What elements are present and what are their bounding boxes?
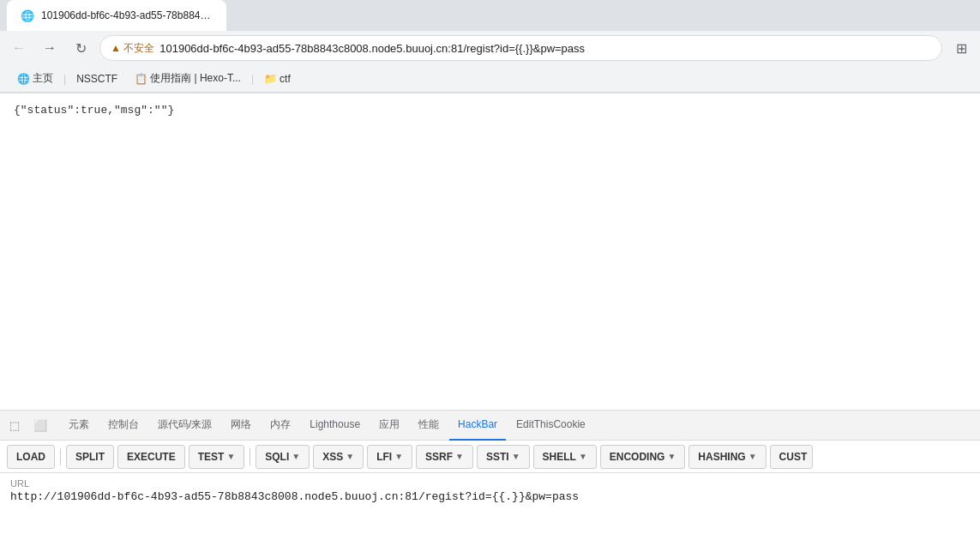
xss-label: XSS — [322, 451, 343, 463]
tab-favicon: 🌐 — [21, 9, 34, 22]
tab-console[interactable]: 控制台 — [99, 411, 147, 441]
bookmark-nssctf[interactable]: NSSCTF — [69, 69, 124, 88]
security-warning: ▲ 不安全 — [111, 41, 154, 56]
bookmark-separator-1: | — [63, 73, 66, 85]
bookmark-manual-label: 使用指南 | Hexo-T... — [150, 71, 241, 86]
encoding-dropdown-icon: ▼ — [667, 452, 676, 461]
tab-hackbar-label: HackBar — [458, 418, 497, 430]
tab-network[interactable]: 网络 — [222, 411, 260, 441]
tab-editthiscookie[interactable]: EditThisCookie — [508, 411, 594, 441]
apps-icon: ⊞ — [956, 40, 967, 57]
back-button[interactable]: ← — [7, 36, 31, 60]
shell-label: SHELL — [543, 451, 576, 463]
bookmark-manual-icon: 📋 — [135, 73, 147, 85]
cust-button[interactable]: CUST — [770, 445, 813, 469]
load-label: LOAD — [16, 451, 45, 463]
ssrf-label: SSRF — [425, 451, 453, 463]
bookmark-ctf-label: ctf — [280, 73, 291, 85]
hashing-button[interactable]: HASHING ▼ — [688, 445, 766, 469]
devtools-panel: ⬚ ⬜ 元素 控制台 源代码/来源 网络 内存 Lighthouse 应用 性能 — [0, 410, 980, 540]
forward-button[interactable]: → — [38, 36, 62, 60]
devtools-icons-group: ⬚ ⬜ — [3, 414, 51, 436]
hackbar-url-value: http://101906dd-bf6c-4b93-ad55-78b8843c8… — [10, 490, 970, 503]
lfi-button[interactable]: LFI ▼ — [367, 445, 412, 469]
device-toolbar-button[interactable]: ⬜ — [29, 414, 51, 436]
tab-lighthouse-label: Lighthouse — [310, 418, 360, 430]
apps-button[interactable]: ⊞ — [949, 36, 973, 60]
url-display: 101906dd-bf6c-4b93-ad55-78b8843c8008.nod… — [159, 42, 931, 55]
tab-editthiscookie-label: EditThisCookie — [516, 418, 586, 430]
page-content: {"status":true,"msg":""} — [0, 93, 980, 411]
bookmark-separator-2: | — [251, 73, 254, 85]
sqli-label: SQLI — [265, 451, 289, 463]
hashing-dropdown-icon: ▼ — [749, 452, 757, 461]
ssrf-button[interactable]: SSRF ▼ — [416, 445, 473, 469]
ssti-button[interactable]: SSTI ▼ — [477, 445, 530, 469]
lfi-dropdown-icon: ▼ — [394, 452, 403, 461]
tab-lighthouse[interactable]: Lighthouse — [301, 411, 369, 441]
split-button[interactable]: SPLIT — [66, 445, 114, 469]
divider-2 — [250, 448, 250, 465]
devtools-tabs-bar: ⬚ ⬜ 元素 控制台 源代码/来源 网络 内存 Lighthouse 应用 性能 — [0, 411, 980, 441]
cust-label: CUST — [779, 451, 808, 463]
refresh-button[interactable]: ↻ — [69, 36, 93, 60]
tab-memory-label: 内存 — [270, 417, 291, 432]
response-text: {"status":true,"msg":""} — [14, 104, 174, 117]
bookmark-ctf-icon: 📁 — [264, 73, 276, 85]
tab-elements-label: 元素 — [69, 417, 89, 432]
divider-1 — [60, 448, 61, 465]
ssti-dropdown-icon: ▼ — [512, 452, 520, 461]
hackbar-url-area: URL http://101906dd-bf6c-4b93-ad55-78b88… — [0, 473, 980, 508]
load-button[interactable]: LOAD — [7, 445, 55, 469]
xss-dropdown-icon: ▼ — [346, 452, 354, 461]
inspect-icon: ⬚ — [9, 419, 20, 432]
tab-hackbar[interactable]: HackBar — [449, 411, 506, 441]
hackbar-url-label: URL — [10, 478, 970, 489]
back-icon: ← — [12, 40, 26, 56]
forward-icon: → — [43, 40, 57, 56]
shell-dropdown-icon: ▼ — [579, 452, 587, 461]
bookmarks-bar: 🌐 主页 | NSSCTF 📋 使用指南 | Hexo-T... | 📁 ctf — [0, 65, 980, 93]
bookmark-nssctf-label: NSSCTF — [76, 73, 117, 85]
browser-chrome: 🌐 101906dd-bf6c-4b93-ad55-78b8843c8008.n… — [0, 0, 980, 93]
test-button[interactable]: TEST ▼ — [189, 445, 245, 469]
tab-elements[interactable]: 元素 — [60, 411, 98, 441]
xss-button[interactable]: XSS ▼ — [313, 445, 364, 469]
ssrf-dropdown-icon: ▼ — [455, 452, 464, 461]
encoding-button[interactable]: ENCODING ▼ — [600, 445, 686, 469]
tab-memory[interactable]: 内存 — [262, 411, 299, 441]
lfi-label: LFI — [376, 451, 392, 463]
encoding-label: ENCODING — [610, 451, 665, 463]
hashing-label: HASHING — [698, 451, 745, 463]
test-label: TEST — [198, 451, 225, 463]
test-dropdown-icon: ▼ — [226, 452, 235, 461]
tab-performance[interactable]: 性能 — [410, 411, 448, 441]
sqli-dropdown-icon: ▼ — [292, 452, 300, 461]
execute-label: EXECUTE — [127, 451, 176, 463]
tab-source-label: 源代码/来源 — [158, 417, 212, 432]
sqli-button[interactable]: SQLI ▼ — [256, 445, 310, 469]
tab-application-label: 应用 — [379, 417, 400, 432]
tab-source[interactable]: 源代码/来源 — [149, 411, 220, 441]
refresh-icon: ↻ — [75, 40, 87, 57]
bookmark-main-label: 主页 — [33, 71, 53, 86]
split-label: SPLIT — [75, 451, 105, 463]
inspect-element-button[interactable]: ⬚ — [3, 414, 26, 436]
address-bar: ← → ↻ ▲ 不安全 101906dd-bf6c-4b93-ad55-78b8… — [0, 31, 980, 65]
ssti-label: SSTI — [486, 451, 509, 463]
tab-performance-label: 性能 — [418, 417, 439, 432]
tab-network-label: 网络 — [231, 417, 251, 432]
shell-button[interactable]: SHELL ▼ — [533, 445, 597, 469]
active-tab[interactable]: 🌐 101906dd-bf6c-4b93-ad55-78b8843c8008.n… — [7, 0, 226, 31]
device-icon: ⬜ — [33, 419, 47, 432]
bookmark-main-icon: 🌐 — [17, 73, 29, 85]
execute-button[interactable]: EXECUTE — [117, 445, 185, 469]
tab-bar: 🌐 101906dd-bf6c-4b93-ad55-78b8843c8008.n… — [0, 0, 980, 31]
tab-application[interactable]: 应用 — [370, 411, 408, 441]
bookmark-ctf[interactable]: 📁 ctf — [257, 69, 298, 88]
bookmark-manual[interactable]: 📋 使用指南 | Hexo-T... — [128, 68, 248, 89]
hackbar-toolbar: LOAD SPLIT EXECUTE TEST ▼ SQLI ▼ XSS ▼ L… — [0, 441, 980, 473]
url-bar[interactable]: ▲ 不安全 101906dd-bf6c-4b93-ad55-78b8843c80… — [99, 35, 942, 61]
tab-title: 101906dd-bf6c-4b93-ad55-78b8843c8008.nod… — [41, 9, 213, 21]
bookmark-main[interactable]: 🌐 主页 — [10, 68, 60, 89]
